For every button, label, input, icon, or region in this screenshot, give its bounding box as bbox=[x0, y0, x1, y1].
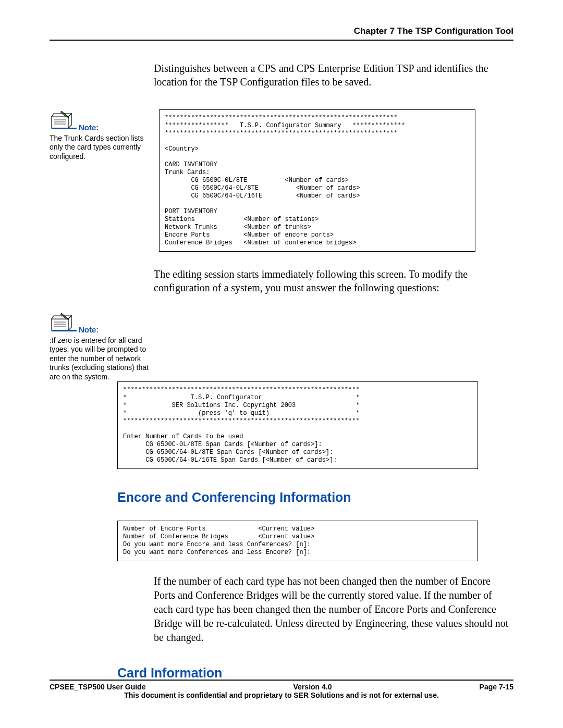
encore-paragraph: If the number of each card type has not … bbox=[154, 574, 513, 645]
note-text: The Trunk Cards section lists only the c… bbox=[50, 134, 149, 162]
note-icon bbox=[50, 109, 77, 133]
footer-page-number: Page 7-15 bbox=[480, 683, 513, 691]
page-footer: CPSEE_TSP500 User Guide Version 4.0 Page… bbox=[50, 680, 513, 699]
svg-rect-13 bbox=[52, 330, 77, 331]
svg-rect-7 bbox=[52, 319, 68, 330]
footer-doc-title: CPSEE_TSP500 User Guide bbox=[50, 683, 145, 691]
console-summary-text: ****************************************… bbox=[165, 114, 405, 246]
chapter-title: Chapter 7 The TSP Configuration Tool bbox=[354, 26, 513, 36]
note-label: Note: bbox=[79, 123, 99, 133]
intro-paragraph: Distinguishes between a CPS and CPS Ente… bbox=[154, 61, 513, 89]
note-label: Note: bbox=[79, 325, 99, 335]
note-zero-cards: Note: :If zero is entered for all card t… bbox=[50, 312, 149, 381]
editing-paragraph: The editing session starts immediately f… bbox=[50, 267, 513, 294]
note-text: :If zero is entered for all card types, … bbox=[50, 336, 149, 382]
footer-confidential-notice: This document is confidential and propri… bbox=[50, 691, 513, 699]
console-summary-box: ****************************************… bbox=[159, 109, 475, 252]
note-icon bbox=[50, 312, 77, 335]
console-encore-text: Number of Encore Ports <Current value> N… bbox=[123, 525, 314, 556]
svg-rect-6 bbox=[52, 128, 77, 129]
heading-card-information: Card Information bbox=[117, 665, 513, 681]
page-header: Chapter 7 The TSP Configuration Tool bbox=[50, 26, 513, 41]
footer-version: Version 4.0 bbox=[293, 683, 332, 691]
console-configurator-text: ****************************************… bbox=[123, 386, 360, 464]
note-trunk-cards: Note: The Trunk Cards section lists only… bbox=[50, 109, 149, 161]
heading-encore-conferencing: Encore and Conferencing Information bbox=[117, 490, 513, 505]
svg-rect-0 bbox=[52, 117, 68, 128]
console-configurator-box: ****************************************… bbox=[117, 381, 478, 469]
console-encore-box: Number of Encore Ports <Current value> N… bbox=[117, 521, 478, 561]
